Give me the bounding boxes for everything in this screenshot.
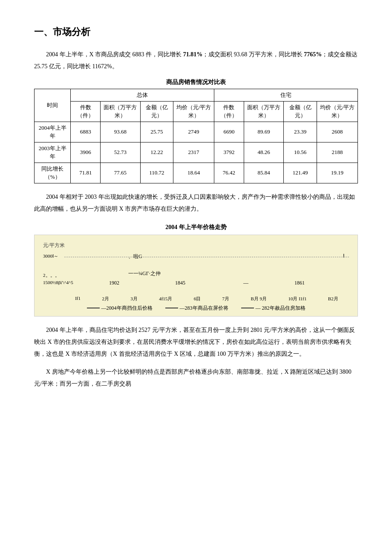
col-total-amount: 金额（亿元） xyxy=(140,101,173,122)
col-time: 时间 xyxy=(35,89,71,122)
legend-line-3 xyxy=(241,308,254,308)
paragraph-4: X 房地产今年价格上另一个比较鲜明的特点是西部房产价格逐步向东部、南部靠拢、拉近… xyxy=(34,366,358,390)
table-section: 商品房销售情况对比表 时间 总体 住宅 件数（件） 面积（万平方米） 金额（亿元… xyxy=(34,78,358,183)
cell-growth-house-amount: 121.49 xyxy=(284,163,317,183)
cell-2004-total-count: 6883 xyxy=(71,122,101,142)
cell-2003-house-count: 3792 xyxy=(214,142,244,163)
table-row: 2004年上半年 6883 93.68 25.75 2749 6690 89.6… xyxy=(35,122,358,142)
chart-y-3000: 3000Ⅰ～ xyxy=(43,253,58,259)
cell-growth-house-avg: 19.19 xyxy=(317,163,357,183)
cell-2004-house-amount: 23.39 xyxy=(284,122,317,142)
chart-month-2: 2月 xyxy=(102,296,109,302)
cell-2003-house-avg: 2188 xyxy=(317,142,357,163)
chart-val-1902: 1902 xyxy=(109,280,119,286)
chart-y-1500: 1500½8βi'\^4^5 xyxy=(43,280,73,285)
table-row: 2003年上半年 3906 52.73 12.22 2317 3792 48.2… xyxy=(35,142,358,163)
cell-growth-total-avg: 18.64 xyxy=(173,163,214,183)
cell-2003-house-area: 48.26 xyxy=(244,142,283,163)
chart-y-mid-noise: 2。。。 xyxy=(43,272,60,279)
legend-label-3: — 282年赦品住房加格 xyxy=(256,305,306,312)
cell-growth-total-amount: 110.72 xyxy=(140,163,173,183)
chart-legend: —2004年商挡住后价格 —283年商品在屏价将 — 282年赦品住房加格 xyxy=(43,305,349,312)
cell-growth-house-count: 76.42 xyxy=(214,163,244,183)
legend-item-282: — 282年赦品住房加格 xyxy=(241,305,306,312)
table-row: 同比增长（%） 71.81 77.65 110.72 18.64 76.42 8… xyxy=(35,163,358,183)
cell-2003-total-amount: 12.22 xyxy=(140,142,173,163)
legend-label-2: —283年商品在屏价将 xyxy=(180,305,228,312)
chart-month-8: B月 9月 xyxy=(251,296,267,302)
chart-month-b2: B2月 xyxy=(328,296,338,302)
chart-val-dash: — xyxy=(243,280,248,286)
price-trend-chart: 元/平方米 3000Ⅰ～ 、啦G Ⅰ 2。。。 一一¼GΓ·之仲 1500½8β… xyxy=(34,235,358,317)
row-label-2003: 2003年上半年 xyxy=(35,142,71,163)
paragraph-3: 2004 年上半年，商品住宅均价达到 2527 元/平方米，甚至在五月份一度上升… xyxy=(34,324,358,360)
cell-2004-house-count: 6690 xyxy=(214,122,244,142)
chart-month-6: 6目 xyxy=(194,296,201,302)
chart-val-1861: 1861 xyxy=(294,280,305,286)
col-total-area: 面积（万平方米） xyxy=(101,101,140,122)
table-title: 商品房销售情况对比表 xyxy=(34,78,358,86)
highlight-1: 71.81% xyxy=(183,51,203,58)
cell-2003-total-avg: 2317 xyxy=(173,142,214,163)
chart-right-noise: Ⅰ xyxy=(343,253,345,259)
row-label-2004: 2004年上半年 xyxy=(35,122,71,142)
paragraph-2: 2004 年相对于 2003 年出现如此快速的增长，受拆迁及人口因素影响较大，房… xyxy=(34,191,358,215)
paragraph-1: 2004 年上半年，X 市商品房成交 6883 件，同比增长 71.81%；成交… xyxy=(34,49,358,73)
cell-2004-house-area: 89.69 xyxy=(244,122,283,142)
chart-month-1: If1 xyxy=(75,296,81,302)
col-group-house: 住宅 xyxy=(214,89,358,102)
cell-2004-total-area: 93.68 xyxy=(101,122,140,142)
row-label-growth: 同比增长（%） xyxy=(35,163,71,183)
cell-2004-total-amount: 25.75 xyxy=(140,122,173,142)
cell-growth-total-area: 77.65 xyxy=(101,163,140,183)
chart-month-4: 4f15月 xyxy=(159,296,172,302)
highlight-2: 7765% xyxy=(304,51,322,58)
cell-growth-total-count: 71.81 xyxy=(71,163,101,183)
legend-line-1 xyxy=(87,308,100,308)
cell-2003-total-count: 3906 xyxy=(71,142,101,163)
cell-2003-total-area: 52.73 xyxy=(101,142,140,163)
col-total-avg: 均价（元/平方米） xyxy=(173,101,214,122)
chart-mid-noise: 一一¼GΓ·之仲 xyxy=(128,270,161,277)
chart-val-1845: 1845 xyxy=(175,280,185,286)
col-house-amount: 金额（亿元） xyxy=(284,101,317,122)
col-group-total: 总体 xyxy=(71,89,214,102)
cell-growth-house-area: 85.84 xyxy=(244,163,283,183)
legend-line-2 xyxy=(165,308,178,308)
legend-label-1: —2004年商挡住后价格 xyxy=(101,305,153,312)
cell-2004-house-avg: 2608 xyxy=(317,122,357,142)
chart-title: 2004 年上半年价格走势 xyxy=(34,224,358,231)
legend-item-2003: —283年商品在屏价将 xyxy=(165,305,228,312)
col-house-avg: 均价（元/平方米） xyxy=(317,101,357,122)
chart-y-label: 元/平方米 xyxy=(43,242,349,249)
col-total-count: 件数（件） xyxy=(71,101,101,122)
cell-2004-total-avg: 2749 xyxy=(173,122,214,142)
chart-month-10: 10月 I1f1 xyxy=(288,296,306,302)
legend-item-2004: —2004年商挡住后价格 xyxy=(87,305,153,312)
col-house-count: 件数（件） xyxy=(214,101,244,122)
chart-month-7: 7月 xyxy=(222,296,230,302)
col-house-area: 面积（万平方米） xyxy=(244,101,283,122)
sales-comparison-table: 时间 总体 住宅 件数（件） 面积（万平方米） 金额（亿元） 均价（元/平方米）… xyxy=(34,89,358,183)
chart-month-3: 3月 xyxy=(130,296,138,302)
section-title: 一、市场分析 xyxy=(34,26,358,38)
cell-2003-house-amount: 10.56 xyxy=(284,142,317,163)
